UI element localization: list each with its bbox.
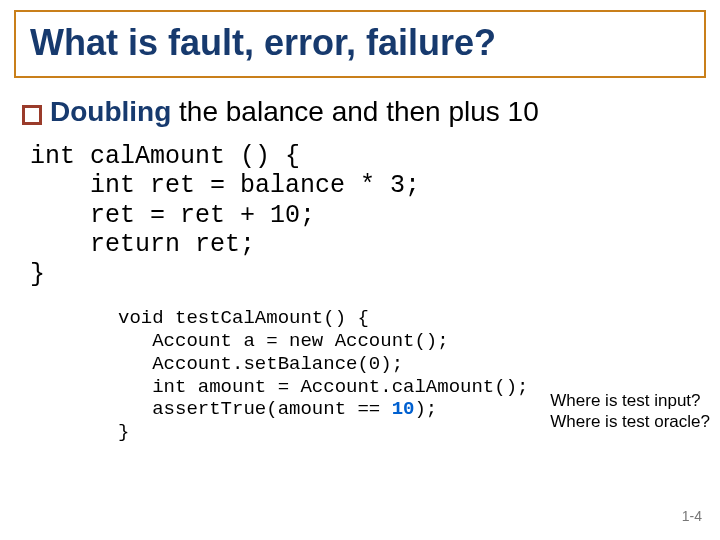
bullet-text: Doubling the balance and then plus 10 xyxy=(50,96,539,128)
code2-l3: Account.setBalance(0); xyxy=(118,353,403,375)
code2-l6: } xyxy=(118,421,129,443)
annotation-l2: Where is test oracle? xyxy=(550,411,710,432)
code2-num10: 10 xyxy=(392,398,415,420)
code1-l4: return ret; xyxy=(30,230,255,259)
slide-title: What is fault, error, failure? xyxy=(30,24,690,62)
bullet-row: Doubling the balance and then plus 10 xyxy=(22,96,698,128)
page-number: 1-4 xyxy=(682,508,702,524)
annotation: Where is test input? Where is test oracl… xyxy=(550,390,710,433)
annotation-l1: Where is test input? xyxy=(550,390,710,411)
code2-l5b: ); xyxy=(414,398,437,420)
hollow-square-bullet-icon xyxy=(22,105,42,125)
code2-l1: void testCalAmount() { xyxy=(118,307,369,329)
title-box: What is fault, error, failure? xyxy=(14,10,706,78)
code1-l5: } xyxy=(30,260,45,289)
code1-l1: int calAmount () { xyxy=(30,142,300,171)
code2-l2: Account a = new Account(); xyxy=(118,330,449,352)
code2-l4: int amount = Account.calAmount(); xyxy=(118,376,528,398)
code-block-main: int calAmount () { int ret = balance * 3… xyxy=(30,142,720,290)
bullet-rest: the balance and then plus 10 xyxy=(171,96,538,127)
code1-l3: ret = ret + 10; xyxy=(30,201,315,230)
bullet-lead: Doubling xyxy=(50,96,171,127)
code1-l2: int ret = balance * 3; xyxy=(30,171,420,200)
code2-l5a: assertTrue(amount == xyxy=(118,398,392,420)
